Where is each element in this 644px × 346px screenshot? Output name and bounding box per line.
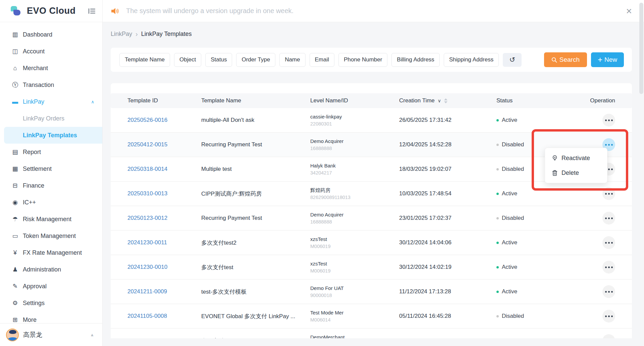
ellipsis-icon [605,291,607,293]
more-actions-button[interactable] [602,187,615,200]
row-context-menu: Reactivate Delete [545,148,607,183]
page-scrollbar[interactable] [639,3,643,94]
filter-chip[interactable]: Name [279,53,305,67]
more-actions-button[interactable] [602,334,615,338]
table-row: 20241230-0010 多次支付test xzsTest M006019 3… [111,255,632,280]
breadcrumb-separator-icon: › [136,30,138,38]
evo-cloud-logo-icon [9,4,23,18]
sidebar-item[interactable]: ¥ FX Rate Management [0,244,102,261]
announcement-banner: The system will undergo a version upgrad… [103,0,644,22]
sidebar-item[interactable]: ☂ Risk Management [0,211,102,228]
filter-chip[interactable]: Order Type [236,53,275,67]
col-header-operation: Operation [590,97,615,104]
level-cell: 辉煌药房 826290089118013 [310,187,399,201]
status-dot-icon [496,144,499,146]
status-label: Active [502,288,517,295]
more-actions-button[interactable] [602,285,615,298]
settlement-icon: ▦ [11,165,19,172]
level-cell: xzsTest M006019 [310,260,399,274]
sidebar-item[interactable]: ▬ LinkPay ∧ [0,93,102,110]
more-actions-button[interactable] [602,261,615,274]
settings-gear-icon: ⚙ [11,299,19,307]
more-actions-button[interactable] [602,236,615,249]
table-row: 20241211-0009 test-多次支付模板 Demo For UAT 9… [111,280,632,304]
sidebar-item[interactable]: ◉ IC++ [0,194,102,211]
template-name: Recurring Payment Test [201,141,310,148]
status-cell: Active [496,239,577,246]
delete-menu-item[interactable]: Delete [545,165,607,180]
delete-trash-icon [552,170,558,176]
more-actions-button[interactable] [602,212,615,225]
level-cell: cassie-linkpay 22080301 [310,113,399,127]
sidebar-item[interactable]: ⊟ Finance [0,177,102,194]
sidebar-item[interactable]: ▭ Token Management [0,228,102,244]
creation-time: 30/12/2024 14:02:19 [399,264,496,270]
sidebar-item[interactable]: ✎ Approval [0,278,102,295]
app-title: EVO Cloud [27,6,76,16]
creation-time: 05/11/2024 16:45:28 [399,313,496,319]
sidebar-item[interactable]: LinkPay Templates [4,127,102,144]
level-name: cassie-linkpay [310,113,399,120]
sidebar-item[interactable]: ▤ Report [0,144,102,160]
reset-filters-button[interactable]: ↺ [503,53,522,67]
template-id-link[interactable]: 20250310-0013 [127,190,201,197]
finance-icon: ⊟ [11,182,19,189]
sidebar-item-label: Risk Management [23,216,71,223]
template-id-link[interactable]: 20241105-0008 [127,313,201,319]
filter-chip[interactable]: Billing Address [391,53,440,67]
filter-chip[interactable]: Email [310,53,335,67]
sidebar-item-label: Administration [23,266,61,273]
creation-time: 10/03/2025 17:48:54 [399,190,496,197]
more-actions-button[interactable] [602,114,615,127]
sidebar: EVO Cloud ▥ Dashboard ◫ Account [0,0,103,346]
sidebar-item[interactable]: LinkPay Orders [0,110,102,127]
sidebar-item[interactable]: Ⓨ Transaction [0,77,102,93]
level-cell: Demo Acquirer 16888888 [310,211,399,225]
content-area: LinkPay › LinkPay Templates Template Nam… [103,22,644,346]
reactivate-menu-item[interactable]: Reactivate [545,151,607,165]
breadcrumb-parent[interactable]: LinkPay [111,31,132,38]
sidebar-collapse-icon[interactable] [88,7,96,15]
filter-chip[interactable]: Object [174,53,201,67]
sidebar-item-label: LinkPay Orders [23,115,64,122]
search-button[interactable]: Search [544,52,587,67]
template-id-link[interactable]: 20240912-0007 [127,337,201,338]
sidebar-item[interactable]: ▥ Dashboard [0,26,102,43]
level-id: 90000018 [310,292,399,299]
more-actions-button[interactable] [602,310,615,323]
sidebar-item-label: Settlement [23,165,52,172]
filter-chip[interactable]: Shipping Address [444,53,499,67]
sidebar-item[interactable]: ◫ Account [0,43,102,60]
sidebar-item[interactable]: ⌂ Merchant [0,60,102,77]
template-id-link[interactable]: 20250526-0016 [127,117,201,123]
avatar [6,329,19,341]
template-name: Multiple test [201,166,310,172]
sort-toggle-icon[interactable] [444,98,447,103]
template-id-link[interactable]: 20250318-0014 [127,166,201,172]
filter-chip[interactable]: Status [205,53,232,67]
template-id-link[interactable]: 20250123-0012 [127,215,201,221]
filter-chip[interactable]: Template Name [119,53,170,67]
user-bar[interactable]: 高景龙 ▲ [0,323,102,346]
sidebar-item[interactable]: ▦ Settlement [0,160,102,177]
filter-bar: Template Name Object Status Order Type N… [111,48,632,72]
sidebar-item[interactable]: ⚙ Settings [0,295,102,311]
status-dot-icon [496,217,499,219]
plus-icon: + [598,56,602,64]
sidebar-item[interactable]: ♟ Administration [0,261,102,278]
chevron-down-icon[interactable]: ∨ [438,98,441,103]
account-icon: ◫ [11,48,19,55]
template-id-link[interactable]: 20241211-0009 [127,288,201,295]
template-id-link[interactable]: 20241230-0010 [127,264,201,270]
user-menu-collapse-icon[interactable]: ▲ [90,332,94,337]
status-cell: Disabled [496,215,577,221]
table-row: 20250310-0013 CIPP测试商户:辉煌药房 辉煌药房 8262900… [111,182,632,206]
new-button[interactable]: + New [591,52,624,67]
template-id-link[interactable]: 20250412-0015 [127,141,201,148]
template-id-link[interactable]: 20241230-0011 [127,239,201,246]
close-icon[interactable]: × [626,6,632,16]
ellipsis-icon [605,315,607,317]
filter-chip[interactable]: Phone Number [338,53,387,67]
user-name: 高景龙 [23,331,42,339]
level-cell: DemoMerchant M002760 [310,334,399,338]
